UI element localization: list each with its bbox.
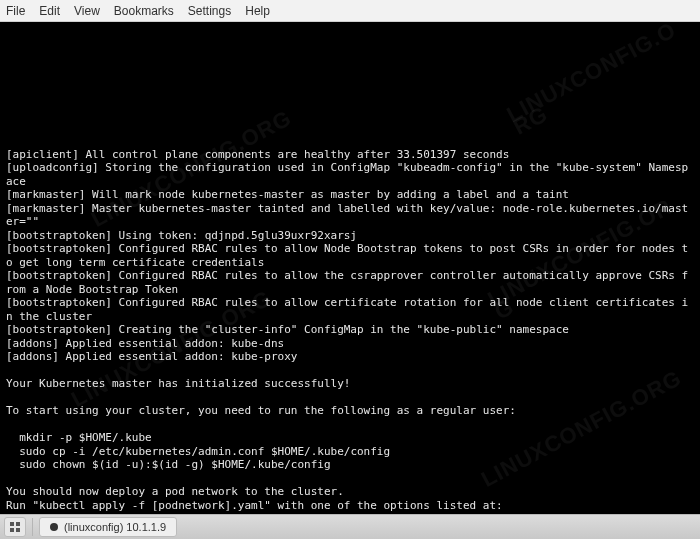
terminal-output: [apiclient] All control plane components… [6, 148, 694, 515]
menu-help[interactable]: Help [245, 4, 270, 18]
terminal-line: To start using your cluster, you need to… [6, 404, 516, 417]
terminal-line: [apiclient] All control plane components… [6, 148, 509, 161]
svg-rect-0 [10, 522, 14, 526]
menu-settings[interactable]: Settings [188, 4, 231, 18]
terminal-line: https://kubernetes.io/docs/concepts/clus… [6, 512, 456, 514]
terminal-line: [addons] Applied essential addon: kube-p… [6, 350, 297, 363]
menu-bookmarks[interactable]: Bookmarks [114, 4, 174, 18]
terminal-line: [bootstraptoken] Configured RBAC rules t… [6, 242, 688, 269]
terminal-line: [uploadconfig] Storing the configuration… [6, 161, 688, 188]
terminal[interactable]: LINUXCONFIG.ORG LINUXCONFIG.ORG LINUXCON… [0, 22, 700, 514]
taskbar-window-button[interactable]: (linuxconfig) 10.1.1.9 [39, 517, 177, 537]
terminal-line: Run "kubectl apply -f [podnetwork].yaml"… [6, 499, 503, 512]
terminal-line: Your Kubernetes master has initialized s… [6, 377, 350, 390]
terminal-line: You should now deploy a pod network to t… [6, 485, 344, 498]
terminal-line: [bootstraptoken] Creating the "cluster-i… [6, 323, 569, 336]
svg-rect-3 [16, 528, 20, 532]
terminal-line: sudo cp -i /etc/kubernetes/admin.conf $H… [6, 445, 390, 458]
terminal-app-icon [50, 523, 58, 531]
watermark: LINUXCONFIG.ORG [505, 22, 694, 134]
menu-edit[interactable]: Edit [39, 4, 60, 18]
terminal-line: [addons] Applied essential addon: kube-d… [6, 337, 284, 350]
terminal-line: [markmaster] Will mark node kubernetes-m… [6, 188, 569, 201]
svg-rect-2 [10, 528, 14, 532]
taskbar-window-title: (linuxconfig) 10.1.1.9 [64, 521, 166, 533]
terminal-line: [bootstraptoken] Configured RBAC rules t… [6, 269, 688, 296]
svg-rect-1 [16, 522, 20, 526]
taskbar-divider [32, 518, 33, 536]
terminal-line: mkdir -p $HOME/.kube [6, 431, 152, 444]
grid-icon [9, 521, 21, 533]
terminal-line: sudo chown $(id -u):$(id -g) $HOME/.kube… [6, 458, 331, 471]
menu-file[interactable]: File [6, 4, 25, 18]
taskbar: (linuxconfig) 10.1.1.9 [0, 514, 700, 539]
terminal-line: [markmaster] Master kubernetes-master ta… [6, 202, 688, 229]
taskbar-launcher-button[interactable] [4, 517, 26, 537]
menubar: File Edit View Bookmarks Settings Help [0, 0, 700, 22]
terminal-line: [bootstraptoken] Configured RBAC rules t… [6, 296, 688, 323]
terminal-line: [bootstraptoken] Using token: qdjnpd.5gl… [6, 229, 357, 242]
menu-view[interactable]: View [74, 4, 100, 18]
